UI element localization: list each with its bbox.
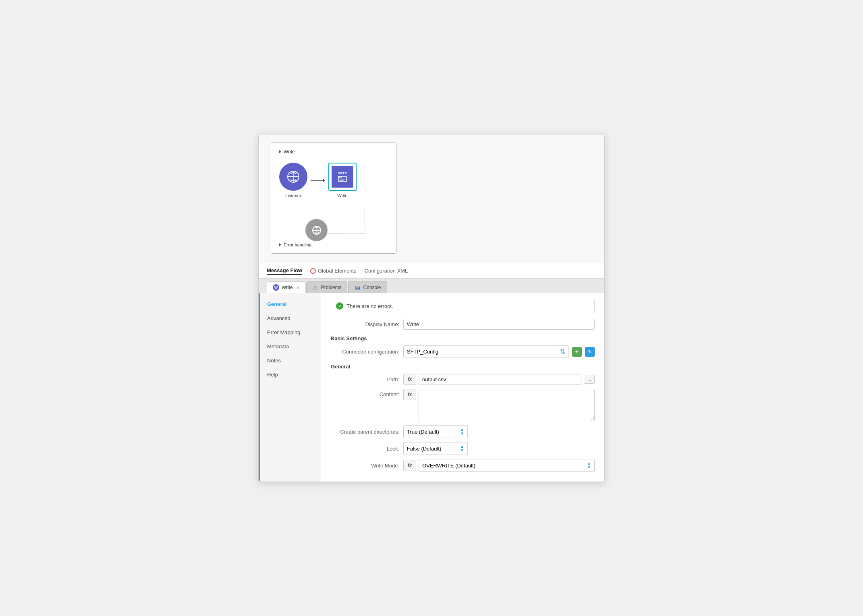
sidebar-item-advanced[interactable]: Advanced bbox=[260, 311, 321, 325]
global-elements-icon bbox=[310, 268, 316, 274]
sidebar: General Advanced Error Mapping Metadata … bbox=[259, 293, 321, 482]
flow-arrow bbox=[311, 178, 325, 182]
tab-configuration-xml-label: Configuration XML bbox=[365, 268, 408, 274]
create-parent-row: Create parent directories: True (Default… bbox=[331, 425, 595, 438]
lock-select[interactable]: False (Default) ▲▼ bbox=[403, 442, 468, 455]
flow-title-label: Write bbox=[284, 149, 295, 155]
console-tab-label: Console bbox=[363, 285, 381, 290]
form-area: ✓ There are no errors. Display Name: Bas… bbox=[321, 293, 604, 482]
tab-message-flow[interactable]: Message Flow bbox=[267, 267, 302, 275]
sidebar-item-error-mapping[interactable]: Error Mapping bbox=[260, 325, 321, 339]
tab-write[interactable]: W Write ✕ bbox=[267, 281, 305, 293]
sidebar-item-help[interactable]: Help bbox=[260, 368, 321, 382]
lock-value: False (Default) bbox=[407, 446, 441, 452]
bottom-tab-bar: W Write ✕ ⚠ Problems ▤ Console bbox=[259, 279, 604, 293]
lock-spinner: ▲▼ bbox=[460, 444, 464, 453]
lock-row: Lock: False (Default) ▲▼ bbox=[331, 442, 595, 455]
create-parent-value: True (Default) bbox=[407, 429, 439, 435]
tab-global-elements-label: Global Elements bbox=[318, 268, 356, 274]
write-tab-close[interactable]: ✕ bbox=[296, 285, 299, 290]
connector-config-select[interactable]: SFTP_Config ⇅ bbox=[403, 345, 569, 358]
write-mode-spinner: ▲▼ bbox=[587, 461, 591, 469]
bottom-panel: General Advanced Error Mapping Metadata … bbox=[259, 293, 604, 482]
create-parent-label: Create parent directories: bbox=[331, 429, 399, 435]
write-mode-fx-button[interactable]: fx bbox=[403, 460, 416, 471]
error-handling-label: Error handling bbox=[284, 242, 311, 247]
write-mode-value: OVERWRITE (Default) bbox=[422, 463, 475, 469]
no-errors-bar: ✓ There are no errors. bbox=[331, 299, 595, 313]
content-fx-button[interactable]: fx bbox=[403, 389, 416, 400]
write-label: Write bbox=[337, 193, 347, 198]
path-row: Path: fx ... bbox=[331, 374, 595, 385]
general-section-title: General bbox=[331, 364, 595, 370]
path-label: Path: bbox=[331, 376, 399, 382]
flow-title: Write bbox=[279, 149, 388, 155]
problems-tab-label: Problems bbox=[321, 285, 342, 290]
no-errors-message: There are no errors. bbox=[346, 303, 393, 309]
sftp-box-inner: SFTP bbox=[332, 166, 353, 188]
browse-button[interactable]: ... bbox=[584, 375, 595, 384]
write-tab-icon: W bbox=[273, 284, 279, 291]
error-triangle bbox=[279, 243, 281, 246]
flow-nodes: Listener SFTP bbox=[279, 163, 388, 198]
edit-connector-button[interactable]: ✎ bbox=[585, 347, 595, 357]
collapse-triangle[interactable] bbox=[279, 150, 281, 153]
sftp-text: SFTP bbox=[338, 172, 347, 175]
write-mode-row: Write Mode: fx OVERWRITE (Default) ▲▼ bbox=[331, 459, 595, 472]
console-tab-icon: ▤ bbox=[354, 284, 361, 291]
write-mode-label: Write Mode: bbox=[331, 463, 399, 469]
display-name-input[interactable] bbox=[403, 319, 595, 330]
lock-label: Lock: bbox=[331, 446, 399, 452]
create-parent-select[interactable]: True (Default) ▲▼ bbox=[403, 425, 468, 438]
basic-settings-title: Basic Settings bbox=[331, 335, 595, 341]
display-name-row: Display Name: bbox=[331, 319, 595, 330]
edit-icon: ✎ bbox=[588, 349, 592, 355]
error-node-circle[interactable] bbox=[305, 219, 328, 241]
connector-config-value: SFTP_Config bbox=[407, 349, 438, 355]
content-controls: fx bbox=[403, 389, 595, 421]
path-input[interactable] bbox=[419, 374, 581, 385]
content-textarea[interactable] bbox=[419, 389, 595, 421]
connector-spinner-icon: ⇅ bbox=[560, 348, 565, 356]
content-label: Content: bbox=[331, 389, 399, 397]
problems-tab-icon: ⚠ bbox=[312, 284, 319, 291]
create-parent-spinner: ▲▼ bbox=[460, 428, 464, 436]
main-window: Write Listener bbox=[258, 134, 605, 482]
write-node[interactable]: SFTP Write bbox=[328, 163, 357, 198]
listener-node[interactable]: Listener bbox=[279, 163, 307, 198]
sftp-box: SFTP bbox=[328, 163, 357, 191]
write-mode-fx-icon: fx bbox=[408, 463, 412, 468]
message-flow-bar: Message Flow Global Elements Configurati… bbox=[259, 263, 604, 279]
fx-icon: fx bbox=[408, 376, 412, 382]
sidebar-item-metadata[interactable]: Metadata bbox=[260, 339, 321, 353]
write-mode-select[interactable]: OVERWRITE (Default) ▲▼ bbox=[419, 459, 595, 472]
error-handling-row[interactable]: Error handling bbox=[279, 242, 388, 247]
tab-message-flow-label: Message Flow bbox=[267, 267, 302, 273]
connector-config-controls: SFTP_Config ⇅ + ✎ bbox=[403, 345, 595, 358]
tab-problems[interactable]: ⚠ Problems bbox=[306, 281, 348, 293]
content-row: Content: fx bbox=[331, 389, 595, 421]
listener-circle bbox=[279, 163, 307, 191]
write-mode-controls: fx OVERWRITE (Default) ▲▼ bbox=[403, 459, 595, 472]
green-check-icon: ✓ bbox=[336, 302, 343, 310]
flow-section: Write Listener bbox=[271, 143, 396, 254]
listener-label: Listener bbox=[285, 193, 301, 198]
path-fx-button[interactable]: fx bbox=[403, 374, 416, 385]
sidebar-item-general[interactable]: General bbox=[260, 297, 321, 311]
path-controls: fx ... bbox=[403, 374, 595, 385]
content-fx-icon: fx bbox=[408, 392, 412, 397]
display-name-label: Display Name: bbox=[331, 321, 399, 327]
tab-console[interactable]: ▤ Console bbox=[348, 281, 387, 293]
svg-rect-5 bbox=[338, 176, 342, 178]
connector-config-label: Connector configuration: bbox=[331, 349, 399, 355]
tab-global-elements[interactable]: Global Elements bbox=[310, 267, 356, 275]
tab-configuration-xml[interactable]: Configuration XML bbox=[365, 267, 408, 275]
canvas-area: Write Listener bbox=[259, 134, 604, 263]
sidebar-item-notes[interactable]: Notes bbox=[260, 353, 321, 368]
add-connector-button[interactable]: + bbox=[572, 347, 582, 357]
write-tab-label: Write bbox=[282, 285, 293, 290]
connector-config-row: Connector configuration: SFTP_Config ⇅ +… bbox=[331, 345, 595, 358]
